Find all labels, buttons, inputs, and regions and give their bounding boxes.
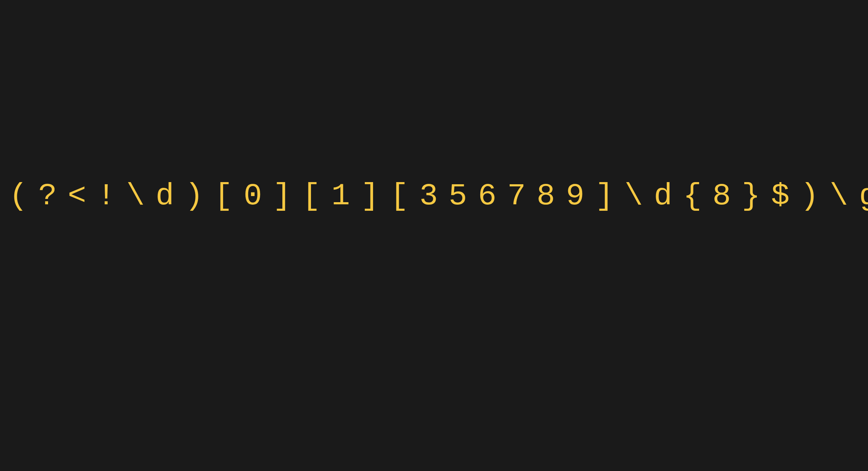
regex-pattern-text: \((?<!\d)[0][1][356789]\d{8}$)\gm bbox=[0, 179, 868, 214]
